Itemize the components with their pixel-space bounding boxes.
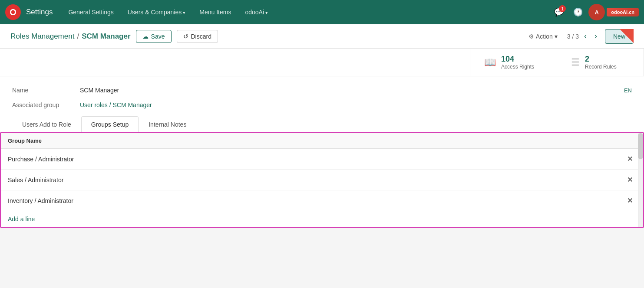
- nav-users-companies[interactable]: Users & Companies: [122, 5, 192, 19]
- discard-icon: ↺: [183, 33, 188, 40]
- pager: 3 / 3 ‹ ›: [567, 31, 600, 42]
- table-row: Purchase / Administrator ✕: [1, 149, 643, 170]
- toolbar: Roles Management / SCM Manager ☁ Save ↺ …: [0, 24, 644, 49]
- group-label: Associated group: [12, 101, 73, 108]
- name-value: SCM Manager: [80, 87, 119, 94]
- topnav: O Settings General Settings Users & Comp…: [0, 0, 644, 24]
- discard-button[interactable]: ↺ Discard: [177, 30, 218, 43]
- clock-button[interactable]: 🕐: [569, 3, 587, 21]
- tab-groups[interactable]: Groups Setup: [81, 116, 139, 132]
- name-row: Name SCM Manager EN: [12, 87, 632, 94]
- group-name-purchase: Purchase / Administrator: [8, 156, 624, 163]
- pager-text: 3 / 3: [567, 33, 579, 40]
- breadcrumb: Roles Management / SCM Manager: [10, 32, 131, 41]
- chat-button[interactable]: 💬 1: [550, 3, 568, 21]
- chevron-down-icon: ▾: [555, 33, 558, 40]
- topnav-icons: 💬 1 🕐 A odooAi.cn: [550, 3, 639, 21]
- gear-icon: ⚙: [528, 33, 534, 40]
- record-rules-count: 2: [585, 55, 617, 64]
- table-row: Inventory / Administrator ✕: [1, 190, 643, 211]
- pager-prev[interactable]: ‹: [581, 31, 589, 42]
- tab-notes[interactable]: Internal Notes: [139, 116, 196, 132]
- nav-odooai[interactable]: odooAi: [239, 5, 274, 19]
- group-value[interactable]: User roles / SCM Manager: [80, 101, 152, 108]
- group-name-inventory: Inventory / Administrator: [8, 197, 624, 204]
- scrollbar-track[interactable]: [638, 133, 643, 227]
- delete-inventory-button[interactable]: ✕: [624, 196, 636, 206]
- avatar[interactable]: A: [588, 4, 605, 20]
- breadcrumb-parent[interactable]: Roles Management: [10, 32, 74, 41]
- groups-table: Group Name Purchase / Administrator ✕ Sa…: [0, 132, 644, 228]
- access-rights-count: 104: [501, 55, 534, 64]
- odooai-badge[interactable]: odooAi.cn: [607, 8, 639, 16]
- delete-purchase-button[interactable]: ✕: [624, 154, 636, 164]
- action-menu[interactable]: ⚙ Action ▾: [524, 30, 562, 43]
- app-name: Settings: [26, 8, 53, 16]
- breadcrumb-separator: /: [77, 32, 79, 41]
- record-rules-label: Record Rules: [585, 64, 617, 70]
- name-label: Name: [12, 87, 73, 94]
- record-rules-icon: ☰: [571, 57, 580, 68]
- main-content: Name SCM Manager EN Associated group Use…: [0, 76, 644, 228]
- new-button-wrapper: New: [605, 29, 634, 44]
- group-row: Associated group User roles / SCM Manage…: [12, 101, 632, 108]
- new-corner-decoration: [620, 29, 634, 43]
- chat-badge: 1: [559, 5, 566, 12]
- access-rights-stat[interactable]: 📖 104 Access Rights: [470, 49, 557, 76]
- breadcrumb-current: SCM Manager: [82, 32, 130, 41]
- lang-badge[interactable]: EN: [624, 87, 632, 94]
- table-header: Group Name: [1, 133, 643, 149]
- app-logo[interactable]: O: [5, 4, 21, 20]
- access-rights-icon: 📖: [484, 57, 496, 68]
- table-row: Sales / Administrator ✕: [1, 170, 643, 190]
- stats-bar: 📖 104 Access Rights ☰ 2 Record Rules: [0, 49, 644, 76]
- stats-spacer: [0, 49, 470, 76]
- nav-menu-items[interactable]: Menu Items: [193, 5, 237, 19]
- record-rules-stat[interactable]: ☰ 2 Record Rules: [557, 49, 644, 76]
- add-line-button[interactable]: Add a line: [1, 211, 643, 227]
- tabs: Users Add to Role Groups Setup Internal …: [12, 116, 632, 132]
- access-rights-label: Access Rights: [501, 64, 534, 70]
- pager-next[interactable]: ›: [592, 31, 600, 42]
- nav-general-settings[interactable]: General Settings: [62, 5, 119, 19]
- tab-users[interactable]: Users Add to Role: [12, 116, 81, 132]
- delete-sales-button[interactable]: ✕: [624, 175, 636, 185]
- group-name-sales: Sales / Administrator: [8, 177, 624, 183]
- save-button[interactable]: ☁ Save: [136, 30, 172, 43]
- scrollbar-thumb[interactable]: [638, 133, 643, 159]
- save-icon: ☁: [142, 33, 149, 40]
